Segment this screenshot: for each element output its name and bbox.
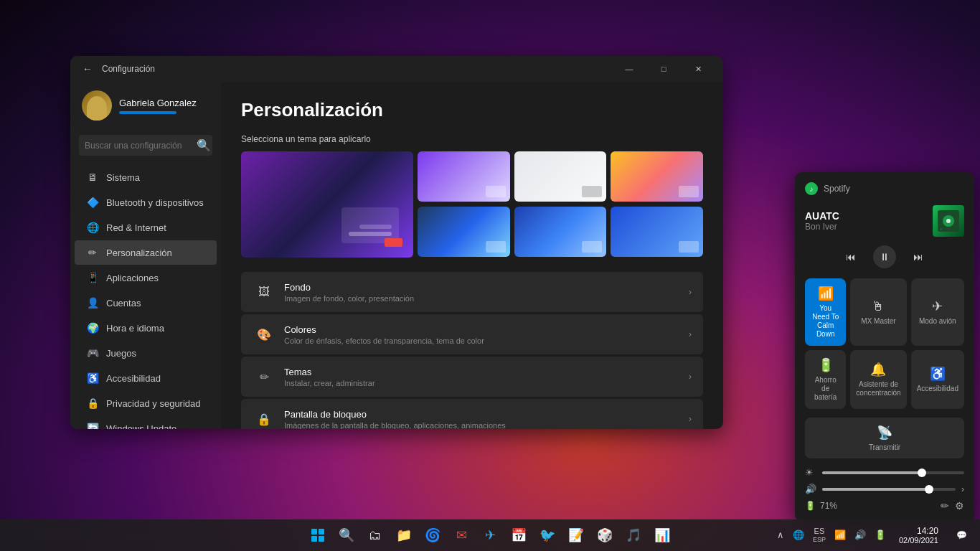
play-pause-button[interactable]: ⏸ xyxy=(873,245,896,268)
fondo-title: Fondo xyxy=(284,282,689,293)
gear-icon-btn[interactable]: ⚙ xyxy=(955,500,964,512)
tile-wifi[interactable]: 📶 You Need To Calm Down xyxy=(805,278,846,346)
tile-accesibilidad[interactable]: ♿ Accesibilidad xyxy=(911,350,964,409)
settings-row-colores[interactable]: 🎨 Colores Color de énfasis, efectos de t… xyxy=(241,314,703,354)
start-button[interactable] xyxy=(305,522,331,548)
theme-thumb-windows11[interactable] xyxy=(611,207,703,257)
tile-transmitir[interactable]: 📡 Transmitir xyxy=(805,418,964,458)
sidebar-label-aplicaciones: Aplicaciones xyxy=(106,273,159,283)
sidebar-item-aplicaciones[interactable]: 📱 Aplicaciones xyxy=(75,265,217,290)
accesibilidad-tile-icon: ♿ xyxy=(930,366,946,382)
sidebar-item-personalizacion[interactable]: ✏ Personalización xyxy=(75,240,217,265)
prev-button[interactable]: ⏮ xyxy=(846,251,856,263)
edit-icon-btn[interactable]: ✏ xyxy=(941,500,949,512)
lang-badge[interactable]: ES ESP xyxy=(810,525,829,545)
red-icon: 🌐 xyxy=(86,221,99,234)
fondo-icon: 🖼 xyxy=(253,281,275,303)
sidebar-label-privacidad: Privacidad y seguridad xyxy=(106,398,201,409)
window-body: Gabriela Gonzalez 🔍 🖥 Sistema 🔷 Bluetoot… xyxy=(70,82,723,429)
concentracion-icon: 🔔 xyxy=(870,362,886,377)
brightness-track[interactable] xyxy=(822,471,964,474)
telegram-button[interactable]: ✈ xyxy=(477,522,503,548)
theme-thumb-blue-abstract[interactable] xyxy=(514,207,607,257)
search-button[interactable]: 🔍 xyxy=(334,522,359,548)
battery-icon: 🔋 xyxy=(805,501,816,511)
title-bar: ← Configuración — □ ✕ xyxy=(70,56,723,82)
volume-icon: 🔊 xyxy=(805,484,816,494)
gmail-button[interactable]: ✉ xyxy=(448,522,474,548)
now-playing: AUATC Bon Iver ♪ xyxy=(805,205,964,237)
spotify-label: Spotify xyxy=(824,184,850,194)
sidebar-item-juegos[interactable]: 🎮 Juegos xyxy=(75,341,217,365)
quick-settings-panel: ♪ Spotify AUATC Bon Iver ♪ ⏮ ⏸ ⏭ 📶 You N… xyxy=(795,172,974,522)
next-button[interactable]: ⏭ xyxy=(913,251,923,263)
sidebar-item-cuentas[interactable]: 👤 Cuentas xyxy=(75,291,217,315)
colores-icon: 🎨 xyxy=(253,323,275,346)
volume-tray-icon[interactable]: 🔊 xyxy=(852,528,869,542)
sidebar-item-sistema[interactable]: 🖥 Sistema xyxy=(75,165,217,189)
back-button[interactable]: ← xyxy=(79,60,96,77)
theme-thumb-landscape[interactable] xyxy=(418,207,510,257)
sidebar: Gabriela Gonzalez 🔍 🖥 Sistema 🔷 Bluetoot… xyxy=(70,82,221,429)
tray-network-icon[interactable]: 🌐 xyxy=(790,528,807,542)
temas-icon: ✏ xyxy=(253,365,275,388)
pantalla-bloqueo-text: Pantalla de bloqueo Imágenes de la panta… xyxy=(284,409,689,430)
tile-bateria[interactable]: 🔋 Ahorro de batería xyxy=(805,350,846,409)
settings-row-fondo[interactable]: 🖼 Fondo Imagen de fondo, color, presenta… xyxy=(241,272,703,312)
sidebar-item-hora[interactable]: 🌍 Hora e idioma xyxy=(75,316,217,340)
tile-mx-master[interactable]: 🖱 MX Master xyxy=(850,278,906,346)
volume-arrow[interactable]: › xyxy=(961,484,964,494)
sidebar-item-privacidad[interactable]: 🔒 Privacidad y seguridad xyxy=(75,391,217,415)
sidebar-item-accesibilidad[interactable]: ♿ Accesibilidad xyxy=(75,366,217,390)
spotify-bar: ♪ Spotify xyxy=(805,182,964,195)
minimize-button[interactable]: — xyxy=(613,57,646,80)
colores-arrow: › xyxy=(689,329,692,339)
close-button[interactable]: ✕ xyxy=(682,57,715,80)
volume-track[interactable] xyxy=(822,488,956,491)
clock-area[interactable]: 14:20 02/09/2021 xyxy=(893,524,944,546)
wifi-tray-icon[interactable]: 📶 xyxy=(831,528,849,542)
maximize-button[interactable]: □ xyxy=(647,57,680,80)
edge-button[interactable]: 🌀 xyxy=(420,522,446,548)
tile-avion[interactable]: ✈ Modo avión xyxy=(911,278,964,346)
settings-row-temas[interactable]: ✏ Temas Instalar, crear, administrar › xyxy=(241,357,703,397)
win-cell-4 xyxy=(319,536,324,542)
album-art: ♪ xyxy=(933,205,964,237)
sidebar-item-red[interactable]: 🌐 Red & Internet xyxy=(75,215,217,240)
accesibilidad-tile-label: Accesibilidad xyxy=(917,385,958,393)
sidebar-label-juegos: Juegos xyxy=(106,348,136,359)
temas-subtitle: Instalar, crear, administrar xyxy=(284,379,689,387)
search-input[interactable] xyxy=(85,141,192,151)
volume-thumb[interactable] xyxy=(925,485,933,494)
search-box[interactable]: 🔍 xyxy=(79,135,212,156)
tray-expand[interactable]: ∧ xyxy=(774,528,787,542)
twitter-button[interactable]: 🐦 xyxy=(534,522,560,548)
theme-thumb-flower[interactable] xyxy=(611,151,703,202)
sidebar-item-bluetooth[interactable]: 🔷 Bluetooth y dispositivos xyxy=(75,190,217,215)
svg-text:♪: ♪ xyxy=(940,227,942,231)
avatar xyxy=(82,90,112,121)
temas-arrow: › xyxy=(689,372,692,382)
theme-section: Selecciona un tema para aplicarlo xyxy=(241,134,703,258)
aplicaciones-icon: 📱 xyxy=(86,271,99,284)
calendar-button[interactable]: 📅 xyxy=(506,522,532,548)
notion-button[interactable]: 📝 xyxy=(563,522,589,548)
tile-concentracion[interactable]: 🔔 Asistente de concentración xyxy=(850,350,906,409)
more-apps-button[interactable]: 📊 xyxy=(649,522,675,548)
theme-thumb-purple-light[interactable] xyxy=(418,151,510,202)
games-button[interactable]: 🎲 xyxy=(592,522,618,548)
notifications-button[interactable]: 💬 xyxy=(948,522,974,548)
theme-preview-main[interactable] xyxy=(241,151,413,258)
battery-tray-icon[interactable]: 🔋 xyxy=(872,528,889,542)
juegos-icon: 🎮 xyxy=(86,347,99,359)
sidebar-item-windows-update[interactable]: 🔄 Windows Update xyxy=(75,416,217,429)
brightness-thumb[interactable] xyxy=(918,468,926,477)
file-explorer-button[interactable]: 📁 xyxy=(391,522,417,548)
transmitir-label: Transmitir xyxy=(869,443,900,451)
spotify-tb-button[interactable]: 🎵 xyxy=(621,522,646,548)
theme-thumb-white-gray[interactable] xyxy=(514,151,607,202)
user-progress-bar xyxy=(119,111,176,114)
settings-row-pantalla-bloqueo[interactable]: 🔒 Pantalla de bloqueo Imágenes de la pan… xyxy=(241,399,703,429)
task-view-button[interactable]: 🗂 xyxy=(362,522,388,548)
transmitir-icon: 📡 xyxy=(877,425,892,441)
